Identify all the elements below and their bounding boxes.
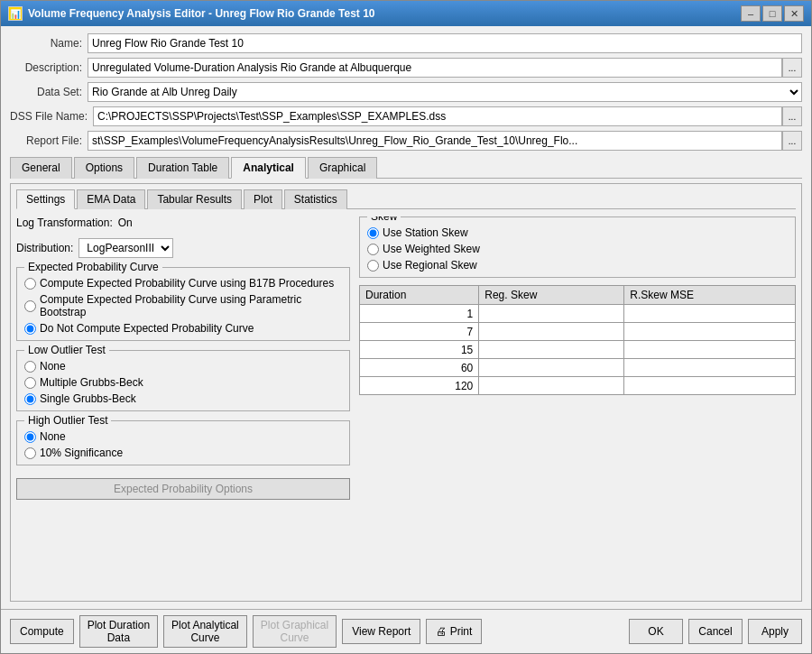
tab-statistics[interactable]: Statistics — [284, 189, 347, 209]
skew-col-duration: Duration — [360, 286, 479, 305]
plot-graphical-curve-button[interactable]: Plot GraphicalCurve — [253, 615, 337, 648]
maximize-button[interactable]: □ — [762, 5, 782, 22]
skew-cell-reg-15[interactable] — [479, 341, 624, 359]
log-transform-value: On — [118, 216, 133, 229]
tab-analytical[interactable]: Analytical — [231, 157, 306, 179]
radio-do-not[interactable] — [24, 323, 36, 335]
report-label: Report File: — [10, 134, 82, 147]
title-bar: 📊 Volume Frequency Analysis Editor - Unr… — [1, 1, 811, 26]
app-icon: 📊 — [8, 6, 23, 21]
radio-multiple-gb[interactable] — [24, 377, 36, 389]
cancel-button[interactable]: Cancel — [688, 619, 743, 644]
dss-browse-btn[interactable]: ... — [782, 106, 802, 126]
low-outlier-group: Low Outlier Test None Multiple Grubbs-Be… — [16, 350, 350, 411]
print-button[interactable]: 🖨 Print — [426, 619, 482, 644]
skew-row-15: 15 — [360, 341, 796, 359]
radio-weighted-skew-label: Use Weighted Skew — [383, 243, 480, 255]
tab-general[interactable]: General — [10, 157, 72, 179]
radio-multiple-gb-row[interactable]: Multiple Grubbs-Beck — [24, 376, 342, 389]
radio-single-gb-row[interactable]: Single Grubbs-Beck — [24, 392, 342, 405]
dss-input-group: ... — [93, 106, 802, 126]
outer-tabs: General Options Duration Table Analytica… — [10, 157, 802, 179]
low-outlier-content: None Multiple Grubbs-Beck Single Grubbs-… — [24, 360, 342, 405]
description-browse-btn[interactable]: ... — [782, 58, 802, 78]
distribution-row: Distribution: LogPearsonIII — [16, 238, 350, 258]
high-outlier-title: High Outlier Test — [24, 414, 111, 427]
skew-cell-mse-120[interactable] — [624, 377, 796, 395]
compute-button[interactable]: Compute — [10, 619, 74, 644]
radio-station-skew-row[interactable]: Use Station Skew — [367, 226, 788, 239]
ok-button[interactable]: OK — [629, 619, 683, 644]
expected-prob-options-btn[interactable]: Expected Probability Options — [16, 478, 350, 500]
radio-station-skew[interactable] — [367, 227, 379, 239]
radio-parametric-label: Compute Expected Probability Curve using… — [40, 293, 342, 318]
description-row: Description: ... — [10, 58, 802, 78]
name-input[interactable] — [88, 33, 802, 53]
radio-none-high[interactable] — [24, 431, 36, 443]
main-window: 📊 Volume Frequency Analysis Editor - Unr… — [0, 0, 812, 654]
radio-10pct-row[interactable]: 10% Significance — [24, 447, 342, 459]
tab-duration-table[interactable]: Duration Table — [136, 157, 229, 179]
skew-row-1: 1 — [360, 305, 796, 323]
close-button[interactable]: ✕ — [784, 5, 804, 22]
tab-tabular-results[interactable]: Tabular Results — [147, 189, 242, 209]
skew-cell-reg-120[interactable] — [479, 377, 624, 395]
radio-10pct[interactable] — [24, 447, 36, 459]
view-report-button[interactable]: View Report — [342, 619, 420, 644]
description-input-group: ... — [88, 58, 802, 78]
tab-ema-data[interactable]: EMA Data — [77, 189, 145, 209]
description-label: Description: — [10, 61, 82, 74]
dss-input[interactable] — [93, 106, 782, 126]
title-bar-left: 📊 Volume Frequency Analysis Editor - Unr… — [8, 6, 375, 21]
radio-none-low-label: None — [40, 360, 66, 373]
settings-content: Log Transformation: On Distribution: Log… — [16, 216, 796, 595]
skew-col-reg-skew: Reg. Skew — [479, 286, 624, 305]
skew-cell-reg-60[interactable] — [479, 359, 624, 377]
plot-duration-data-button[interactable]: Plot DurationData — [79, 615, 158, 648]
radio-weighted-skew-row[interactable]: Use Weighted Skew — [367, 243, 788, 255]
name-row: Name: — [10, 33, 802, 53]
tab-options[interactable]: Options — [74, 157, 134, 179]
distribution-select[interactable]: LogPearsonIII — [78, 238, 173, 258]
radio-single-gb[interactable] — [24, 393, 36, 405]
radio-regional-skew-label: Use Regional Skew — [383, 259, 477, 272]
right-panel: Skew Use Station Skew Use Weighted Skew — [359, 216, 796, 595]
radio-b17b-label: Compute Expected Probability Curve using… — [40, 277, 334, 290]
plot-analytical-curve-button[interactable]: Plot AnalyticalCurve — [163, 615, 247, 648]
skew-cell-reg-1[interactable] — [479, 305, 624, 323]
dataset-select[interactable]: Rio Grande at Alb Unreg Daily — [88, 82, 802, 102]
radio-regional-skew-row[interactable]: Use Regional Skew — [367, 259, 788, 272]
report-row: Report File: ... — [10, 131, 802, 151]
radio-none-high-row[interactable]: None — [24, 430, 342, 443]
radio-none-low-row[interactable]: None — [24, 360, 342, 373]
minimize-button[interactable]: – — [741, 5, 761, 22]
radio-multiple-gb-label: Multiple Grubbs-Beck — [40, 376, 143, 389]
skew-cell-mse-60[interactable] — [624, 359, 796, 377]
radio-10pct-label: 10% Significance — [40, 447, 123, 459]
radio-regional-skew[interactable] — [367, 260, 379, 272]
dss-label: DSS File Name: — [10, 110, 88, 123]
radio-b17b[interactable] — [24, 278, 36, 290]
radio-parametric-row[interactable]: Compute Expected Probability Curve using… — [24, 293, 342, 318]
radio-weighted-skew[interactable] — [367, 244, 379, 255]
radio-parametric[interactable] — [24, 300, 36, 312]
tab-settings[interactable]: Settings — [16, 189, 75, 209]
radio-b17b-row[interactable]: Compute Expected Probability Curve using… — [24, 277, 342, 290]
skew-cell-dur-1: 1 — [360, 305, 479, 323]
report-input[interactable] — [88, 131, 782, 151]
skew-cell-reg-7[interactable] — [479, 323, 624, 341]
tab-graphical[interactable]: Graphical — [308, 157, 377, 179]
skew-cell-mse-7[interactable] — [624, 323, 796, 341]
dss-row: DSS File Name: ... — [10, 106, 802, 126]
apply-button[interactable]: Apply — [748, 619, 802, 644]
radio-do-not-row[interactable]: Do Not Compute Expected Probability Curv… — [24, 322, 342, 335]
distribution-label: Distribution: — [16, 242, 73, 254]
skew-cell-mse-15[interactable] — [624, 341, 796, 359]
description-input[interactable] — [88, 58, 782, 78]
report-browse-btn[interactable]: ... — [782, 131, 802, 151]
inner-tabs: Settings EMA Data Tabular Results Plot S… — [16, 189, 796, 209]
skew-row-60: 60 — [360, 359, 796, 377]
skew-cell-mse-1[interactable] — [624, 305, 796, 323]
tab-plot[interactable]: Plot — [244, 189, 282, 209]
radio-none-low[interactable] — [24, 361, 36, 373]
